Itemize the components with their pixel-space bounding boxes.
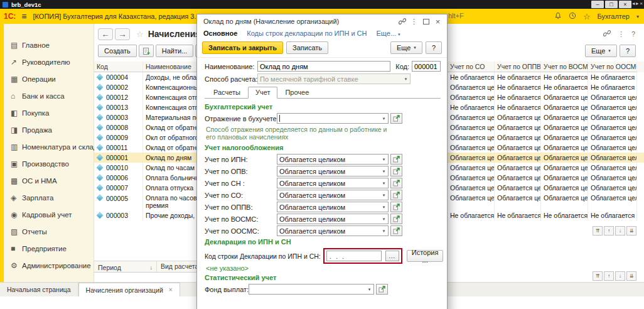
find-button[interactable]: Найти... xyxy=(156,45,194,57)
sidebar-item-fixed-assets[interactable]: ▩ОС и НМА xyxy=(0,172,94,189)
sidebar-item-main[interactable]: ▤Главное xyxy=(0,36,94,53)
scroll-top-button[interactable]: ⇈ xyxy=(593,226,603,236)
column-header[interactable]: Учет по ООСМС xyxy=(588,62,637,72)
scroll-down-button[interactable]: ↓ xyxy=(615,271,625,281)
bottom-tab-1[interactable]: Начисления организаций× xyxy=(78,283,180,296)
sidebar-item-manager[interactable]: ↗Руководителю xyxy=(0,53,94,70)
declaration-code-choose-button[interactable]: ... xyxy=(385,251,399,261)
scroll-bottom-button[interactable]: ⇊ xyxy=(626,226,636,236)
search-shortcut-hint[interactable]: hlt+F xyxy=(448,12,464,19)
create-button[interactable]: Создать xyxy=(98,45,137,57)
column-header[interactable]: Учет по СО xyxy=(448,62,495,72)
dialog-tab-0[interactable]: Расчеты xyxy=(206,87,248,99)
history-button[interactable]: История ... xyxy=(407,250,444,262)
close-button[interactable]: × xyxy=(619,1,631,8)
sidebar-item-reports[interactable]: ▨Отчеты xyxy=(0,223,94,240)
notifications-bell-icon[interactable] xyxy=(554,12,562,21)
dialog-nav-link-1[interactable]: Коды строк декларации по ИПН и СН xyxy=(247,30,367,37)
dock-next-icon[interactable]: ▸ xyxy=(636,1,638,6)
sidebar-item-bank-cash[interactable]: ⌂Банк и касса xyxy=(0,87,94,104)
copy-link-icon[interactable] xyxy=(603,30,611,38)
column-header[interactable]: Учет по ВОСМС xyxy=(541,62,588,72)
reflection-select[interactable]: ▾ xyxy=(277,113,389,124)
sidebar-item-administration[interactable]: ⚙Администрирование xyxy=(0,257,94,274)
forward-button[interactable]: → xyxy=(115,28,130,40)
form-help-icon[interactable]: ? xyxy=(631,30,635,38)
sidebar-item-enterprise[interactable]: ■Предприятие xyxy=(0,240,94,257)
scroll-down-button[interactable]: ↓ xyxy=(615,226,625,236)
main-menu-icon[interactable]: ≡ xyxy=(21,11,26,21)
add-favorite-star-icon[interactable]: ☆ xyxy=(136,30,144,39)
dialog-tab-1[interactable]: Учет xyxy=(248,87,278,99)
ucet-so-open-button[interactable] xyxy=(390,190,402,200)
dialog-more-button[interactable]: Еще▾ xyxy=(390,41,422,54)
reflection-open-button[interactable] xyxy=(390,113,402,124)
list-more-button[interactable]: Еще▾ xyxy=(585,45,617,57)
sidebar-item-sales[interactable]: ◨Продажа xyxy=(0,121,94,138)
dock-close-icon[interactable]: × xyxy=(640,1,643,6)
minimize-button[interactable]: – xyxy=(591,1,604,8)
dialog-nav-link-2[interactable]: Еще...▾ xyxy=(377,30,400,37)
save-close-button[interactable]: Записать и закрыть xyxy=(202,41,283,54)
dialog-nav-current[interactable]: Основное xyxy=(203,30,237,37)
dialog-tab-2[interactable]: Прочее xyxy=(277,87,316,99)
list-help-button[interactable]: ? xyxy=(620,45,636,57)
dialog-kebab-icon[interactable]: ⋮ xyxy=(409,16,419,26)
sidebar-item-hr[interactable]: ◉Кадровый учет xyxy=(0,206,94,223)
dialog-maximize-icon[interactable] xyxy=(421,16,431,26)
scroll-bottom-button[interactable]: ⇊ xyxy=(626,271,636,281)
ucet-oosms-open-button[interactable] xyxy=(390,225,402,236)
dialog-close-icon[interactable]: × xyxy=(432,16,443,26)
name-input[interactable] xyxy=(257,61,390,72)
ucet-oppv-open-button[interactable] xyxy=(390,202,402,212)
sidebar-item-purchase[interactable]: ◧Покупка xyxy=(0,104,94,121)
dropdown-icon[interactable]: ▾ xyxy=(380,193,388,198)
dropdown-icon[interactable]: ▾ xyxy=(380,205,388,210)
ucet-opv-select[interactable]: Облагается целиком▾ xyxy=(277,166,389,176)
maximize-button[interactable]: □ xyxy=(605,1,618,8)
column-header-period[interactable]: Период ↓ xyxy=(94,261,157,272)
sidebar-item-inventory[interactable]: ▥Номенклатура и склад xyxy=(0,138,94,155)
dialog-copy-link-icon[interactable] xyxy=(397,16,407,26)
dropdown-icon[interactable]: ▾ xyxy=(380,229,388,234)
scroll-top-button[interactable]: ⇈ xyxy=(593,271,603,281)
favorites-star-icon[interactable]: ☆ xyxy=(583,12,591,21)
ucet-vosms-open-button[interactable] xyxy=(390,214,402,224)
dropdown-icon[interactable]: ▾ xyxy=(380,181,388,186)
back-button[interactable]: ← xyxy=(98,28,113,40)
dropdown-icon[interactable]: ▾ xyxy=(380,217,388,222)
calc-method-select[interactable]: По месячной тарифной ставке ▾ xyxy=(257,73,411,84)
ucet-oppv-select[interactable]: Облагается целиком▾ xyxy=(277,202,389,212)
ucet-opv-open-button[interactable] xyxy=(390,166,402,176)
scroll-up-button[interactable]: ↑ xyxy=(604,271,614,281)
fund-select[interactable]: ▾ xyxy=(249,284,374,295)
ucet-ipn-open-button[interactable] xyxy=(390,154,402,165)
code-input[interactable] xyxy=(412,61,441,72)
ucet-ipn-select[interactable]: Облагается целиком▾ xyxy=(277,154,389,165)
column-header[interactable]: Код xyxy=(94,62,143,72)
kebab-menu-icon[interactable]: ⋮ xyxy=(618,30,625,38)
tab-close-icon[interactable]: × xyxy=(169,286,173,293)
sidebar-item-salary[interactable]: ◈Зарплата xyxy=(0,189,94,206)
user-chevron-down-icon[interactable]: ▾ xyxy=(636,14,639,19)
fund-open-button[interactable] xyxy=(376,284,388,295)
sidebar-item-production[interactable]: ▣Производство xyxy=(0,155,94,172)
scroll-up-button[interactable]: ↑ xyxy=(604,226,614,236)
dropdown-icon[interactable]: ▾ xyxy=(380,169,388,174)
declaration-code-field[interactable]: . . . xyxy=(326,251,382,261)
ucet-so-select[interactable]: Облагается целиком▾ xyxy=(277,190,389,200)
save-button[interactable]: Записать xyxy=(286,41,328,54)
current-user[interactable]: Бухгалтер xyxy=(598,13,630,20)
ucet-sn-open-button[interactable] xyxy=(390,178,402,188)
create-by-copy-button[interactable] xyxy=(139,45,154,57)
ucet-sn-select[interactable]: Облагается целиком▾ xyxy=(277,178,389,188)
sidebar-item-operations[interactable]: ▦Операции xyxy=(0,70,94,87)
ucet-oosms-select[interactable]: Облагается целиком▾ xyxy=(277,225,389,236)
ucet-vosms-select[interactable]: Облагается целиком▾ xyxy=(277,214,389,224)
not-specified-link[interactable]: <не указано> xyxy=(206,264,441,272)
history-clock-icon[interactable] xyxy=(569,12,576,21)
dock-prev-icon[interactable]: ◂ xyxy=(632,1,635,6)
dropdown-icon[interactable]: ▾ xyxy=(380,157,388,162)
dialog-help-button[interactable]: ? xyxy=(426,41,442,54)
column-header[interactable]: Учет по ОППВ xyxy=(495,62,541,72)
